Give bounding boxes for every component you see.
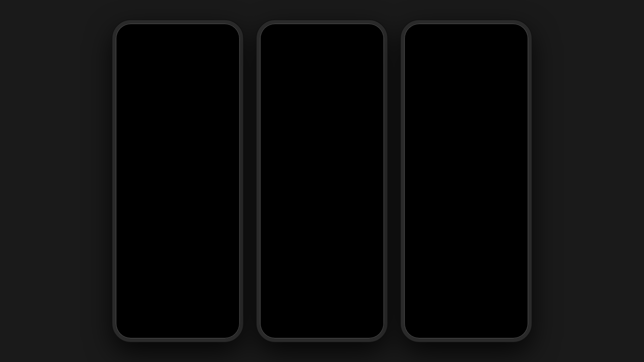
gmail-icon-2[interactable]: 5 [327,104,347,124]
app-youtube-1[interactable]: YouTube [210,104,234,130]
photos-icon-3[interactable] [501,70,521,90]
youtube-icon-2[interactable] [357,104,377,124]
discord-icon-3[interactable] [412,135,432,155]
chrome-icon-3 [472,311,485,324]
photos-icon-2[interactable] [357,70,377,90]
app-spotify-3[interactable]: Spotify [469,135,493,161]
battery-2: 5G [370,32,376,36]
calendar-icon-3[interactable]: WED 7 [469,41,489,61]
app-gmail-2[interactable]: 5 Gmail [325,104,349,130]
notes-icon-3[interactable] [441,135,462,155]
dock-messages-2[interactable] [300,308,320,328]
gmail-svg-2 [331,110,342,119]
youtube-icon-3[interactable] [501,104,521,124]
social-label-1: s o c i a l [215,157,229,161]
spotify-icon-3[interactable] [471,135,491,155]
dock-chrome-3[interactable] [468,307,488,327]
settings-icon-2[interactable] [357,41,377,61]
svg-rect-62 [476,111,477,117]
clock-widget-2[interactable]: 1:45 [265,40,316,90]
svg-point-28 [213,317,216,320]
app-wallet-2[interactable]: Wallet [265,104,289,130]
calendar-icon-2[interactable]: WED 7 [325,41,345,61]
weather-emoji-2: ⛅ [329,75,341,86]
gmaps-label-2: Google Maps [296,126,318,130]
messages-icon-3 [449,312,460,322]
social-icon-3[interactable] [501,135,521,155]
app-gmaps-1[interactable]: Google Maps [151,104,175,130]
clock-widget-item-3[interactable]: 1:45 Clock [410,40,460,96]
youtube-icon-1[interactable] [212,104,232,124]
gmail-icon-1[interactable]: 5 [182,104,203,124]
app-social-1[interactable]: s o c i a l [210,135,234,161]
dock-camera-1[interactable] [204,308,224,328]
dock-camera-2[interactable] [348,308,369,328]
app-social-2[interactable]: s o c i a l [355,135,379,161]
weather-icon-3[interactable]: 🌤 [469,70,489,90]
dock-phone-2[interactable] [275,308,296,328]
clock-widget-item-1[interactable]: 1:45 Clock [121,40,171,96]
search-bar-3[interactable]: 🔍 Search [414,221,518,235]
gmaps-icon-1[interactable] [153,104,173,124]
gmail-icon-3[interactable]: 5 [471,104,491,124]
dock-camera-3[interactable] [492,307,513,327]
dock-phone-1[interactable] [131,308,151,328]
app-spotify-2[interactable]: Spotify [325,135,349,161]
svg-rect-64 [476,117,486,118]
app-discord-2[interactable]: Discord [265,135,289,161]
app-spotify-1[interactable]: Spotify [180,135,205,161]
app-discord-1[interactable]: Discord [121,135,145,161]
dock-chrome-1[interactable] [180,308,200,328]
clock-widget-item-2[interactable]: 1:45 Clock [265,40,316,96]
search-bar-2[interactable]: 🔍 Search [270,221,374,233]
dock-phone-3[interactable] [420,307,440,327]
app-notes-3[interactable]: Notes [439,135,464,161]
signal-icon-3 [501,32,507,36]
app-discord-3[interactable]: Discord [410,135,434,161]
app-wallet-1[interactable]: Wallet [121,104,145,130]
notes-icon-1[interactable] [153,135,173,155]
social-grid-1 [215,137,230,152]
wallet-icon-1[interactable] [123,104,143,124]
dock-chrome-2[interactable] [324,308,344,328]
svg-point-48 [331,139,343,151]
camera-icon-2 [353,313,364,323]
dock-messages-3[interactable] [444,307,464,327]
weather-icon-1[interactable]: ⛅ [181,70,201,90]
app-notes-1[interactable]: Notes [151,135,175,161]
app-youtube-2[interactable]: YouTube [355,104,379,130]
discord-label-1: Discord [127,157,139,161]
app-gmaps-3[interactable]: Google Maps [439,104,464,130]
clock-widget-3[interactable]: 1:45 [410,40,460,90]
calendar-icon-1[interactable]: WED 7 [181,41,201,61]
wallet-icon-3[interactable] [412,104,432,124]
app-youtube-3[interactable]: YouTube [499,104,523,130]
discord-icon-1[interactable] [123,135,143,155]
app-gmaps-2[interactable]: Google Maps [295,104,319,130]
gmail-label-3: Gmail [476,126,486,130]
photos-icon-1[interactable] [212,70,232,90]
gmaps-icon-2[interactable] [297,104,317,124]
app-notes-2[interactable]: Notes [295,135,319,161]
spotify-icon-2[interactable] [327,135,347,155]
settings-icon-3[interactable] [501,41,521,61]
search-bar-1[interactable]: 🔍 Search [126,221,230,233]
svg-rect-37 [332,111,333,117]
dock-messages-1[interactable] [156,308,176,328]
clock-widget-1[interactable]: 1:45 [121,40,171,90]
app-gmail-1[interactable]: 5 Gmail [180,104,205,130]
discord-icon-2[interactable] [267,135,287,155]
app-social-3[interactable]: s o c i a l [499,135,523,161]
settings-icon-1[interactable] [212,41,232,61]
spotify-icon-1[interactable] [182,135,203,155]
wallet-icon-2[interactable] [267,104,287,124]
social-icon-2[interactable] [357,135,377,155]
social-icon-1[interactable] [212,135,232,155]
app-gmail-3[interactable]: 5 Gmail [469,104,493,130]
notes-icon-2[interactable] [297,135,317,155]
app-wallet-3[interactable]: Wallet [410,104,434,130]
row-2-3: Wallet Google Maps [410,104,523,130]
svg-point-33 [365,79,368,82]
weather-icon-2[interactable]: ⛅ [325,70,345,90]
gmaps-icon-3[interactable] [441,104,462,124]
